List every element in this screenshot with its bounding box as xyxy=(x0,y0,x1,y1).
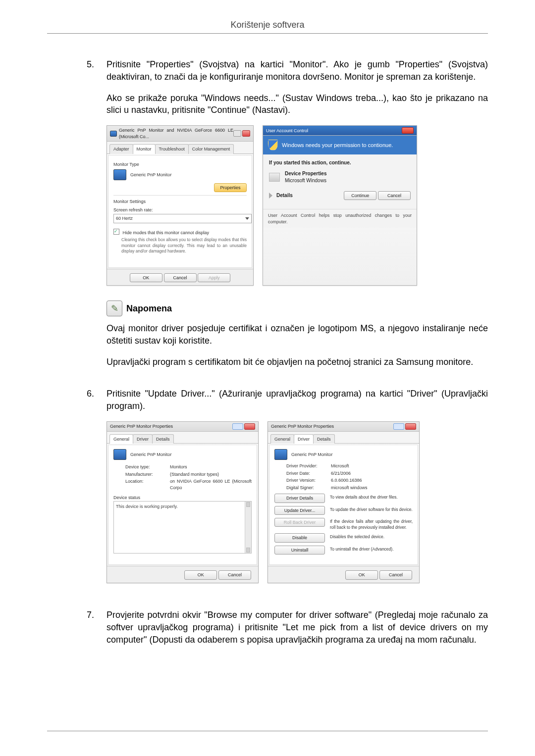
monitor-type-label: Monitor Type xyxy=(113,161,247,167)
note-icon: ✎ xyxy=(107,301,122,316)
refresh-rate-select[interactable]: 60 Hertz xyxy=(113,214,252,223)
provider-label: Driver Provider: xyxy=(286,463,331,469)
help-button[interactable] xyxy=(232,423,243,430)
cancel-button[interactable]: Cancel xyxy=(218,570,251,579)
scrollbar[interactable] xyxy=(245,502,251,553)
location-value: on NVIDIA GeForce 6600 LE (Microsoft Cor… xyxy=(170,478,252,491)
monitor-type-value: Generic PnP Monitor xyxy=(130,172,171,178)
step-6-number: 6. xyxy=(87,388,107,598)
chevron-down-icon[interactable] xyxy=(269,193,272,199)
update-driver-button[interactable]: Update Driver... xyxy=(274,506,325,515)
rollback-driver-button[interactable]: Roll Back Driver xyxy=(274,518,325,527)
driver-version-value: 6.0.6000.16386 xyxy=(331,477,413,483)
close-button[interactable] xyxy=(405,423,416,430)
device-status-box: This device is working properly. xyxy=(113,501,252,554)
fig1-tabs: Adapter Monitor Troubleshoot Color Manag… xyxy=(107,142,253,153)
disable-button[interactable]: Disable xyxy=(274,533,325,542)
fig-uac-dialog: User Account Control Windows needs your … xyxy=(263,125,417,286)
properties-button[interactable]: Properties xyxy=(214,183,247,192)
chevron-down-icon xyxy=(245,217,249,220)
close-button[interactable] xyxy=(402,127,414,134)
close-button[interactable] xyxy=(244,423,255,430)
step-7-number: 7. xyxy=(87,609,107,646)
uac-program-name: Device Properties xyxy=(285,170,327,177)
uninstall-button[interactable]: Uninstall xyxy=(274,546,325,554)
monitor-icon xyxy=(274,449,287,460)
manufacturer-value: (Standard monitor types) xyxy=(170,471,252,477)
fig3-title: Generic PnP Monitor Properties xyxy=(110,423,173,429)
cancel-button[interactable]: Cancel xyxy=(379,570,412,579)
fig1-title: Generic PnP Monitor and NVIDIA GeForce 6… xyxy=(119,127,233,140)
apply-button[interactable]: Apply xyxy=(198,273,230,282)
driver-version-label: Driver Version: xyxy=(286,477,331,483)
tab-color-management[interactable]: Color Management xyxy=(188,144,234,153)
ok-button[interactable]: OK xyxy=(130,273,162,282)
monitor-settings-label: Monitor Settings xyxy=(113,199,247,204)
device-status-label: Device status xyxy=(113,495,252,501)
fig4-title: Generic PnP Monitor Properties xyxy=(271,423,334,429)
signer-value: microsoft windows xyxy=(331,485,413,491)
cancel-button[interactable]: Cancel xyxy=(164,273,197,282)
tab-details[interactable]: Details xyxy=(152,434,174,444)
fig3-titlebar: Generic PnP Monitor Properties xyxy=(107,422,258,432)
tab-details[interactable]: Details xyxy=(313,434,335,444)
tab-driver[interactable]: Driver xyxy=(133,434,153,444)
note-para-2: Upravljački program s certifikatom bit ć… xyxy=(107,356,488,368)
details-toggle[interactable]: Details xyxy=(276,192,293,199)
tab-driver[interactable]: Driver xyxy=(294,434,314,444)
monitor-icon xyxy=(113,449,126,460)
step-5-number: 5. xyxy=(87,58,107,377)
step-7-para: Provjerite potvrdni okvir "Browse my com… xyxy=(107,609,488,646)
step-6-figures: Generic PnP Monitor Properties General D… xyxy=(107,421,488,583)
help-button[interactable] xyxy=(233,130,241,137)
uac-program-item: Device Properties Microsoft Windows xyxy=(269,170,411,184)
cancel-button[interactable]: Cancel xyxy=(378,191,411,200)
manufacturer-label: Manufacturer: xyxy=(125,471,170,477)
step-7: 7. Provjerite potvrdni okvir "Browse my … xyxy=(87,609,488,646)
driver-details-desc: To view details about the driver files. xyxy=(330,494,413,501)
uac-header-strip: Windows needs your permission to contion… xyxy=(263,136,417,154)
help-button[interactable] xyxy=(393,423,404,430)
refresh-rate-label: Screen refresh rate: xyxy=(113,207,247,213)
uac-titlebar: User Account Control xyxy=(263,126,417,136)
fig4-device-name: Generic PnP Monitor xyxy=(291,452,332,457)
uac-publisher: Microsoft Windows xyxy=(285,177,327,184)
fig1-titlebar: Generic PnP Monitor and NVIDIA GeForce 6… xyxy=(107,126,253,142)
uninstall-desc: To uninstall the driver (Advanced). xyxy=(330,546,413,553)
uac-footer: User Account Control helps stop unauthor… xyxy=(263,209,417,228)
tab-general[interactable]: General xyxy=(270,434,294,444)
fig3-tabs: General Driver Details xyxy=(107,432,258,444)
fig4-tabs: General Driver Details xyxy=(268,432,419,444)
tab-monitor[interactable]: Monitor xyxy=(133,144,156,153)
rollback-driver-desc: If the device fails after updating the d… xyxy=(330,518,413,530)
close-button[interactable] xyxy=(242,130,250,137)
uac-instruction: If you started this action, continue. xyxy=(269,159,411,166)
program-icon xyxy=(269,173,280,182)
ok-button[interactable]: OK xyxy=(345,570,378,579)
fig3-pane: Generic PnP Monitor Device type:Monitors… xyxy=(108,445,257,565)
hide-modes-desc: Clearing this check box allows you to se… xyxy=(121,237,247,254)
ok-button[interactable]: OK xyxy=(184,570,217,579)
footer-rule xyxy=(47,731,488,731)
device-status-text: This device is working properly. xyxy=(116,504,178,509)
monitor-icon xyxy=(110,131,117,137)
refresh-rate-value: 60 Hertz xyxy=(116,215,133,221)
location-label: Location: xyxy=(125,478,170,491)
note-title: Napomena xyxy=(126,302,172,315)
update-driver-desc: To update the driver software for this d… xyxy=(330,506,413,513)
tab-general[interactable]: General xyxy=(109,434,133,444)
step-6: 6. Pritisnite "Update Driver..." (Ažurir… xyxy=(87,388,488,598)
fig4-pane: Generic PnP Monitor Driver Provider:Micr… xyxy=(269,445,418,565)
driver-details-button[interactable]: Driver Details xyxy=(274,494,325,503)
hide-modes-checkbox[interactable] xyxy=(113,229,119,235)
note-para-1: Ovaj monitor driver posjeduje certifikat… xyxy=(107,322,488,347)
tab-troubleshoot[interactable]: Troubleshoot xyxy=(155,144,189,153)
step-6-para: Pritisnite "Update Driver..." (Ažuriranj… xyxy=(107,388,488,412)
tab-adapter[interactable]: Adapter xyxy=(109,144,133,153)
fig3-device-name: Generic PnP Monitor xyxy=(130,452,171,457)
continue-button[interactable]: Continue xyxy=(344,191,376,200)
step-5-figures: Generic PnP Monitor and NVIDIA GeForce 6… xyxy=(107,125,488,286)
shield-icon xyxy=(268,140,278,151)
step-5-para-1: Pritisnite "Properties" (Svojstva) na ka… xyxy=(107,58,488,83)
disable-desc: Disables the selected device. xyxy=(330,533,413,540)
